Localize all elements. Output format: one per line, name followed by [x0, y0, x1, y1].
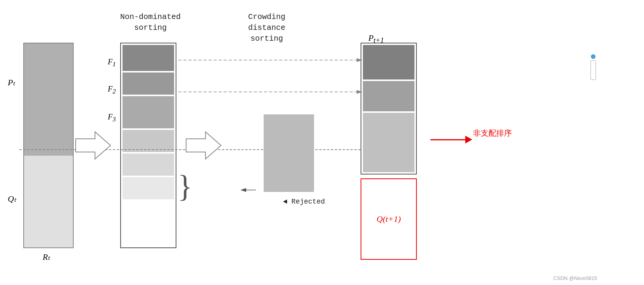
- svg-marker-1: [186, 132, 221, 159]
- svg-marker-0: [76, 132, 110, 159]
- qt-section: [24, 155, 73, 247]
- crowding-label: Crowdingdistancesorting: [248, 12, 285, 44]
- f3-label: F3: [108, 112, 116, 123]
- front-f6: [123, 177, 174, 199]
- fronts-block: [120, 43, 176, 248]
- pt-label: Pₜ: [8, 78, 15, 88]
- rejected-label: ◄ Rejected: [283, 198, 325, 206]
- f1-label: F1: [108, 57, 116, 68]
- scrollbar[interactable]: [589, 54, 597, 101]
- pt1-f1: [363, 45, 414, 79]
- front-f1: [123, 45, 174, 71]
- nondom-label: Non-dominatedsorting: [120, 12, 181, 33]
- rejected-block: [264, 114, 314, 192]
- pt-qt-block: [23, 43, 74, 248]
- arrow-red-line: [430, 139, 465, 140]
- f2-label: F2: [108, 85, 116, 95]
- front-f3: [123, 96, 174, 128]
- dashed-line: [19, 149, 376, 150]
- pt1-label: Pt+1: [368, 33, 384, 45]
- chinese-label: 非支配排序: [473, 128, 512, 138]
- hollow-arrow-2: [186, 132, 221, 159]
- pt1-block: [361, 43, 417, 174]
- scroll-dot: [591, 54, 596, 59]
- pt-section: [24, 43, 73, 155]
- front-f5: [123, 154, 174, 176]
- qt1-label: Q(t+1): [376, 214, 401, 224]
- qt1-block: Q(t+1): [361, 178, 417, 260]
- front-f2: [123, 73, 174, 95]
- rt-label: Rₜ: [43, 252, 50, 262]
- pt1-f3: [363, 113, 414, 172]
- scroll-thumb: [590, 60, 596, 80]
- red-arrow: [430, 136, 472, 143]
- curly-brace: }: [178, 171, 192, 202]
- watermark: CSDN @Nicer0815: [553, 275, 597, 281]
- qt-label: Qₜ: [8, 194, 16, 204]
- arrow-red-head: [465, 136, 472, 143]
- hollow-arrow-1: [76, 132, 110, 159]
- svg-marker-7: [240, 188, 246, 192]
- front-f4: [123, 130, 174, 152]
- pt1-f2: [363, 81, 414, 112]
